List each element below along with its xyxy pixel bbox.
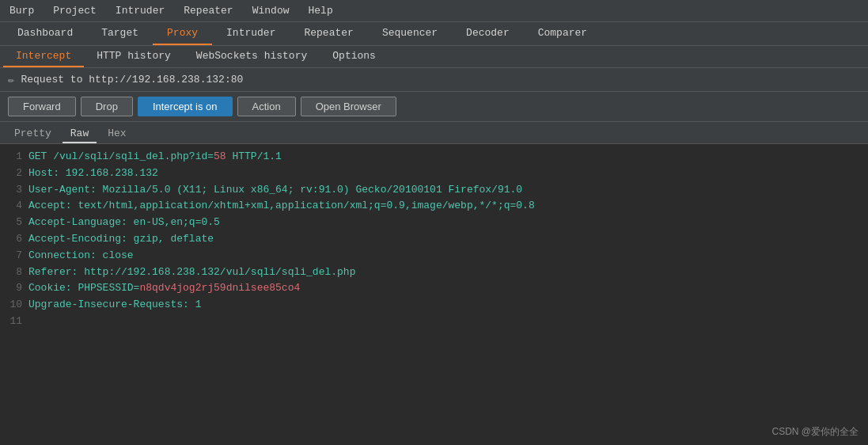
- content-tab-bar: PrettyRawHex: [0, 122, 868, 144]
- table-row: 11: [6, 314, 862, 330]
- sub-tab-websockets-history[interactable]: WebSockets history: [184, 46, 320, 67]
- main-tab-proxy[interactable]: Proxy: [153, 22, 212, 45]
- sub-tab-intercept[interactable]: Intercept: [3, 46, 84, 67]
- watermark: CSDN @爱你的全全: [771, 425, 859, 439]
- sub-tab-bar: InterceptHTTP historyWebSockets historyO…: [0, 46, 868, 68]
- table-row: 6Accept-Encoding: gzip, deflate: [6, 231, 862, 248]
- sub-tab-options[interactable]: Options: [320, 46, 389, 67]
- line-number: 3: [6, 182, 22, 199]
- content-tab-raw[interactable]: Raw: [63, 125, 97, 143]
- line-content: Upgrade-Insecure-Requests: 1: [28, 297, 201, 314]
- menu-item-window[interactable]: Window: [249, 3, 293, 18]
- line-content: Host: 192.168.238.132: [28, 165, 158, 182]
- table-row: 2Host: 192.168.238.132: [6, 165, 862, 182]
- table-row: 8Referer: http://192.168.238.132/vul/sql…: [6, 264, 862, 281]
- line-number: 4: [6, 198, 22, 215]
- table-row: 5Accept-Language: en-US,en;q=0.5: [6, 215, 862, 231]
- main-tab-comparer[interactable]: Comparer: [524, 22, 601, 45]
- table-row: 3User-Agent: Mozilla/5.0 (X11; Linux x86…: [6, 182, 862, 199]
- menu-bar: BurpProjectIntruderRepeaterWindowHelp: [0, 0, 868, 22]
- line-number: 5: [6, 215, 22, 231]
- line-content: GET /vul/sqli/sqli_del.php?id=58 HTTP/1.…: [28, 149, 282, 165]
- menu-item-help[interactable]: Help: [305, 3, 335, 18]
- open-browser-button[interactable]: Open Browser: [301, 97, 396, 116]
- line-number: 1: [6, 149, 22, 165]
- line-content: Connection: close: [28, 248, 134, 264]
- intercept-button[interactable]: Intercept is on: [138, 97, 233, 116]
- line-number: 2: [6, 165, 22, 182]
- main-tab-bar: DashboardTargetProxyIntruderRepeaterSequ…: [0, 22, 868, 46]
- line-number: 7: [6, 248, 22, 264]
- main-tab-decoder[interactable]: Decoder: [452, 22, 524, 45]
- table-row: 7Connection: close: [6, 248, 862, 264]
- line-content: Referer: http://192.168.238.132/vul/sqli…: [28, 264, 355, 281]
- line-content: Accept-Encoding: gzip, deflate: [28, 231, 214, 248]
- menu-item-repeater[interactable]: Repeater: [180, 3, 236, 18]
- drop-button[interactable]: Drop: [81, 97, 133, 116]
- action-button[interactable]: Action: [237, 97, 296, 116]
- main-tab-target[interactable]: Target: [87, 22, 153, 45]
- line-content: Accept-Language: en-US,en;q=0.5: [28, 215, 220, 231]
- sub-tab-http-history[interactable]: HTTP history: [84, 46, 184, 67]
- main-tab-sequencer[interactable]: Sequencer: [368, 22, 452, 45]
- table-row: 9Cookie: PHPSESSID=n8qdv4jog2rj59dnilsee…: [6, 280, 862, 297]
- http-content: 1GET /vul/sqli/sqli_del.php?id=58 HTTP/1…: [0, 144, 868, 420]
- menu-item-burp[interactable]: Burp: [6, 3, 37, 18]
- table-row: 1GET /vul/sqli/sqli_del.php?id=58 HTTP/1…: [6, 149, 862, 165]
- content-tab-hex[interactable]: Hex: [100, 125, 134, 143]
- request-url: Request to http://192.168.238.132:80: [21, 74, 243, 86]
- line-content: User-Agent: Mozilla/5.0 (X11; Linux x86_…: [28, 182, 522, 199]
- forward-button[interactable]: Forward: [8, 97, 76, 116]
- table-row: 10Upgrade-Insecure-Requests: 1: [6, 297, 862, 314]
- line-number: 8: [6, 264, 22, 281]
- table-row: 4Accept: text/html,application/xhtml+xml…: [6, 198, 862, 215]
- line-content: Accept: text/html,application/xhtml+xml,…: [28, 198, 535, 215]
- main-tab-repeater[interactable]: Repeater: [290, 22, 367, 45]
- line-content: Cookie: PHPSESSID=n8qdv4jog2rj59dnilsee8…: [28, 280, 300, 297]
- action-bar: Forward Drop Intercept is on Action Open…: [0, 92, 868, 122]
- line-number: 10: [6, 297, 22, 314]
- request-info-bar: ✏ Request to http://192.168.238.132:80: [0, 68, 868, 92]
- content-tab-pretty[interactable]: Pretty: [6, 125, 59, 143]
- main-tab-dashboard[interactable]: Dashboard: [3, 22, 87, 45]
- line-number: 9: [6, 280, 22, 297]
- line-number: 11: [6, 314, 22, 330]
- pencil-icon: ✏: [8, 73, 14, 86]
- line-number: 6: [6, 231, 22, 248]
- main-tab-intruder[interactable]: Intruder: [212, 22, 290, 45]
- menu-item-intruder[interactable]: Intruder: [112, 3, 168, 18]
- menu-item-project[interactable]: Project: [50, 3, 100, 18]
